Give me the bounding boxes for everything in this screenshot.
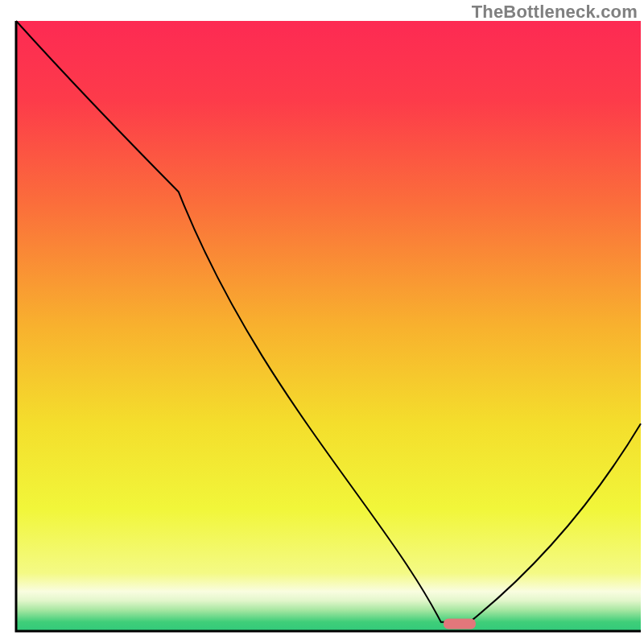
optimal-marker bbox=[444, 618, 476, 629]
watermark-label: TheBottleneck.com bbox=[472, 2, 638, 23]
chart-container: TheBottleneck.com bbox=[0, 0, 644, 644]
plot-background bbox=[16, 21, 641, 631]
bottleneck-chart bbox=[0, 0, 644, 644]
